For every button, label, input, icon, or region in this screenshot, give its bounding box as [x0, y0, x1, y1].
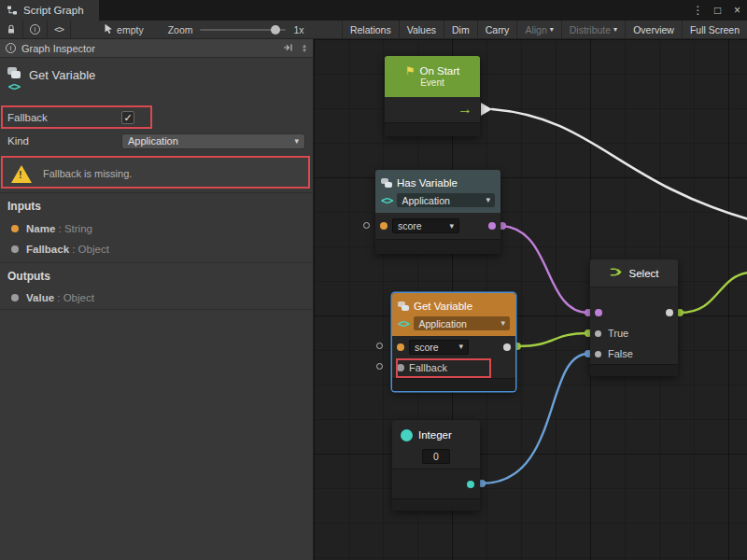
output-port-selection[interactable]: [666, 309, 673, 316]
node-get-variable[interactable]: Get Variable <> Application ▾ score ▾: [392, 293, 515, 391]
node-header: Has Variable <> Application ▾: [375, 170, 500, 213]
window-menu-icon[interactable]: ⋮: [688, 0, 708, 21]
zoom-slider[interactable]: [200, 29, 286, 31]
input-port-name[interactable]: [380, 222, 388, 230]
relations-button[interactable]: Relations: [343, 21, 399, 38]
integer-value-field[interactable]: 0: [422, 449, 450, 464]
selection-label: empty: [117, 24, 144, 35]
maximize-icon[interactable]: □: [708, 0, 727, 21]
scrollbar-arrows[interactable]: ▲ ▼: [302, 44, 307, 52]
align-button[interactable]: Align▾: [517, 21, 560, 38]
fallback-checkbox[interactable]: ✓: [121, 111, 134, 124]
zoom-label: Zoom: [168, 24, 193, 35]
kind-dropdown[interactable]: Application ▾: [121, 133, 305, 149]
variable-name-dropdown[interactable]: score ▾: [392, 218, 459, 233]
node-body-row: score ▾: [392, 336, 515, 357]
node-title: Integer: [418, 429, 452, 441]
node-body: →: [385, 97, 480, 122]
scroll-down-icon[interactable]: ▼: [302, 49, 307, 53]
chevron-down-icon: ▾: [486, 196, 490, 204]
toolbar-separator: [70, 21, 71, 38]
node-header: Get Variable <> Application ▾: [392, 293, 515, 336]
dim-button[interactable]: Dim: [444, 21, 477, 38]
output-port-value[interactable]: [503, 343, 511, 351]
dock-icon[interactable]: [283, 43, 293, 54]
integer-icon: [401, 429, 413, 441]
unconnected-port-marker[interactable]: [376, 343, 383, 349]
fullscreen-button[interactable]: Full Screen: [683, 21, 747, 38]
select-icon: [610, 266, 624, 280]
node-select[interactable]: Select True False: [590, 259, 678, 376]
fallback-port-label: Fallback: [409, 362, 447, 373]
false-port-label: False: [608, 348, 633, 359]
overview-button[interactable]: Overview: [626, 21, 682, 38]
unconnected-port-marker[interactable]: [363, 222, 370, 229]
output-port-value[interactable]: [467, 481, 474, 488]
node-body-row: score ▾: [375, 213, 500, 239]
distribute-button[interactable]: Distribute▾: [562, 21, 625, 38]
wire-layer: [314, 39, 747, 560]
title-bar: Script Graph ⋮ □ ×: [0, 0, 747, 21]
kind-dropdown[interactable]: Application ▾: [414, 316, 510, 330]
code-icon: <>: [398, 318, 409, 329]
node-integer[interactable]: Integer 0: [392, 420, 480, 511]
flag-icon: ⚑: [405, 65, 416, 77]
outputs-header: Outputs: [0, 268, 313, 285]
variables-icon: [7, 67, 21, 78]
code-view-icon[interactable]: <>: [48, 21, 70, 38]
input-port-fallback[interactable]: [397, 364, 404, 371]
node-title: Has Variable: [397, 177, 458, 189]
node-header: Select: [590, 259, 678, 287]
wire-get-variable-to-select-true: [517, 333, 588, 346]
kind-option-row: Kind Application ▾: [0, 132, 313, 150]
input-port-true[interactable]: [595, 330, 601, 337]
output-port-is-defined[interactable]: [488, 222, 496, 230]
chevron-down-icon: ▾: [294, 137, 299, 146]
node-footer: [590, 364, 678, 376]
node-value-row: 0: [392, 444, 480, 469]
selection-indicator[interactable]: empty: [97, 21, 150, 38]
flow-wire-arrow: [481, 103, 492, 116]
node-title: Get Variable: [414, 301, 472, 312]
tab-title: Script Graph: [23, 5, 84, 16]
kind-dropdown[interactable]: Application ▾: [397, 193, 495, 207]
port-dot-gray: [11, 245, 19, 253]
input-port-false[interactable]: [595, 351, 601, 357]
close-icon[interactable]: ×: [727, 0, 747, 21]
node-has-variable[interactable]: Has Variable <> Application ▾ score ▾: [375, 170, 500, 254]
unconnected-port-marker[interactable]: [376, 363, 383, 370]
lock-icon[interactable]: [0, 21, 22, 38]
input-port-name[interactable]: [397, 343, 404, 351]
chevron-down-icon: ▾: [449, 222, 454, 231]
carry-button[interactable]: Carry: [478, 21, 517, 38]
inputs-header: Inputs: [0, 198, 313, 215]
unity-script-graph-window: Script Graph ⋮ □ × i <> empty Zoom 1x: [0, 0, 747, 560]
variables-icon: [398, 301, 409, 311]
values-button[interactable]: Values: [400, 21, 444, 38]
node-footer: [375, 239, 500, 254]
warning-box: ! Fallback is missing.: [0, 159, 309, 189]
flow-output-port[interactable]: →: [458, 99, 472, 119]
node-body-row: False: [590, 343, 678, 364]
tab-script-graph[interactable]: Script Graph: [0, 0, 99, 21]
port-dot-gray: [11, 294, 19, 301]
info-icon: i: [6, 43, 16, 53]
variable-name-dropdown[interactable]: score ▾: [409, 340, 469, 355]
node-body-row: Fallback: [392, 357, 515, 378]
zoom-value: 1x: [293, 24, 303, 35]
fallback-option-row: Fallback ✓: [0, 108, 313, 127]
zoom-slider-thumb[interactable]: [271, 25, 280, 35]
graph-canvas[interactable]: ⚑ On Start Event → Has Variable <>: [314, 39, 747, 560]
node-header: Integer: [392, 426, 480, 444]
zoom-control: Zoom 1x: [162, 21, 311, 38]
section-divider: [0, 192, 313, 193]
cursor-icon: [104, 23, 113, 36]
unit-title: Get Variable: [29, 68, 95, 99]
inspector-toggle-icon[interactable]: i: [23, 21, 47, 38]
node-on-start[interactable]: ⚑ On Start Event →: [385, 56, 480, 136]
warning-text: Fallback is missing.: [43, 168, 132, 179]
graph-inspector-panel: i Graph Inspector ▲ ▼ <> Get Variable Fa…: [0, 39, 314, 560]
node-header: ⚑ On Start Event: [385, 56, 480, 97]
input-port-condition[interactable]: [595, 309, 602, 316]
titlebar-spacer: [99, 0, 688, 21]
